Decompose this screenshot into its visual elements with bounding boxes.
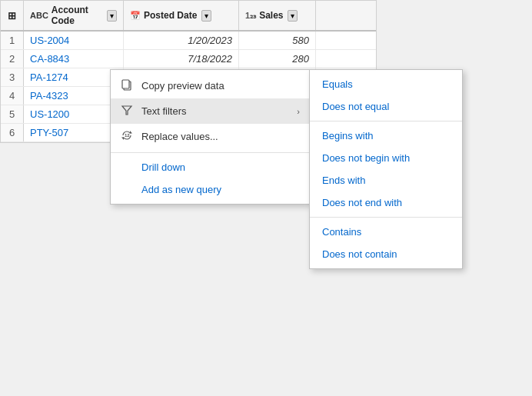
- menu-item-drill[interactable]: Drill down: [111, 156, 309, 178]
- svg-marker-3: [130, 131, 132, 134]
- not-contain-label: Does not contain: [322, 248, 397, 260]
- cell-row-6-account: PTY-507: [24, 124, 124, 141]
- abc-icon: ABC: [30, 11, 48, 20]
- th-date-label: Posted Date: [144, 10, 197, 21]
- th-rownumber: ⊞: [1, 1, 24, 30]
- svg-marker-4: [121, 138, 124, 141]
- submenu-separator-1: [310, 121, 462, 121]
- submenu-arrow-icon: ›: [297, 107, 300, 116]
- svg-marker-2: [122, 106, 131, 115]
- svg-rect-1: [122, 80, 129, 88]
- calendar-icon: 📅: [130, 11, 141, 21]
- equals-label: Equals: [322, 78, 353, 90]
- cell-row-2-date: 7/18/2022: [124, 50, 239, 68]
- drill-label: Drill down: [141, 161, 300, 173]
- svg-text:12: 12: [125, 133, 130, 138]
- filter-icon: [120, 104, 134, 118]
- submenu-item-equals[interactable]: Equals: [310, 73, 462, 95]
- submenu-item-begins[interactable]: Begins with: [310, 125, 462, 147]
- cell-row-4-account: PA-4323: [24, 87, 124, 105]
- not-equal-label: Does not equal: [322, 101, 389, 112]
- text-filters-submenu: Equals Does not equal Begins with Does n…: [309, 69, 463, 269]
- submenu-separator-2: [310, 217, 462, 218]
- cell-row-1-date: 1/20/2023: [124, 32, 239, 49]
- cell-row-1-num: 1: [1, 32, 24, 49]
- menu-item-new-query[interactable]: Add as new query: [111, 178, 309, 201]
- submenu-item-not-begin[interactable]: Does not begin with: [310, 147, 462, 169]
- text-filters-label: Text filters: [141, 105, 289, 117]
- submenu-item-ends[interactable]: Ends with: [310, 169, 462, 191]
- sales-filter-button[interactable]: ▾: [288, 10, 298, 22]
- menu-item-copy[interactable]: Copy preview data: [111, 73, 309, 98]
- table-row: 1 US-2004 1/20/2023 580: [1, 32, 376, 50]
- cell-row-3-num: 3: [1, 68, 24, 86]
- submenu-item-not-end[interactable]: Does not end with: [310, 191, 462, 214]
- cell-row-2-sales: 280: [239, 50, 316, 68]
- replace-icon: 12: [120, 129, 134, 144]
- begins-label: Begins with: [322, 130, 373, 141]
- cell-row-2-num: 2: [1, 50, 24, 68]
- copy-label: Copy preview data: [141, 80, 300, 92]
- th-sales[interactable]: 1₂₃ Sales ▾: [239, 1, 316, 30]
- th-sales-label: Sales: [259, 10, 283, 21]
- submenu-item-not-contain[interactable]: Does not contain: [310, 243, 462, 265]
- cell-row-1-account: US-2004: [24, 32, 124, 49]
- menu-item-text-filters[interactable]: Text filters ›: [111, 98, 309, 124]
- th-account-label: Account Code: [52, 5, 102, 26]
- menu-separator-1: [111, 152, 309, 153]
- cell-row-4-num: 4: [1, 87, 24, 105]
- contains-label: Contains: [322, 226, 361, 238]
- replace-label: Replace values...: [141, 131, 300, 142]
- not-begin-label: Does not begin with: [322, 152, 410, 164]
- menu-item-replace[interactable]: 12 Replace values...: [111, 124, 309, 149]
- th-date[interactable]: 📅 Posted Date ▾: [124, 1, 239, 30]
- cell-row-5-num: 5: [1, 105, 24, 123]
- cell-row-2-account: CA-8843: [24, 50, 124, 68]
- th-account[interactable]: ABC Account Code ▾: [24, 1, 124, 30]
- context-menu: Copy preview data Text filters › 12 Repl…: [110, 69, 310, 205]
- number-icon: 1₂₃: [245, 11, 256, 21]
- not-end-label: Does not end with: [322, 197, 402, 208]
- date-filter-button[interactable]: ▾: [201, 10, 211, 22]
- grid-icon: ⊞: [8, 10, 16, 22]
- account-filter-button[interactable]: ▾: [107, 10, 117, 22]
- cell-row-6-num: 6: [1, 124, 24, 141]
- submenu-item-not-equal[interactable]: Does not equal: [310, 95, 462, 118]
- ends-label: Ends with: [322, 175, 365, 186]
- submenu-item-contains[interactable]: Contains: [310, 221, 462, 243]
- table-header: ⊞ ABC Account Code ▾ 📅 Posted Date ▾ 1₂₃…: [1, 1, 376, 32]
- copy-icon: [120, 78, 134, 93]
- cell-row-1-sales: 580: [239, 32, 316, 49]
- table-row: 2 CA-8843 7/18/2022 280: [1, 50, 376, 68]
- cell-row-5-account: US-1200: [24, 105, 124, 123]
- new-query-label: Add as new query: [141, 184, 300, 195]
- cell-row-3-account: PA-1274: [24, 68, 124, 86]
